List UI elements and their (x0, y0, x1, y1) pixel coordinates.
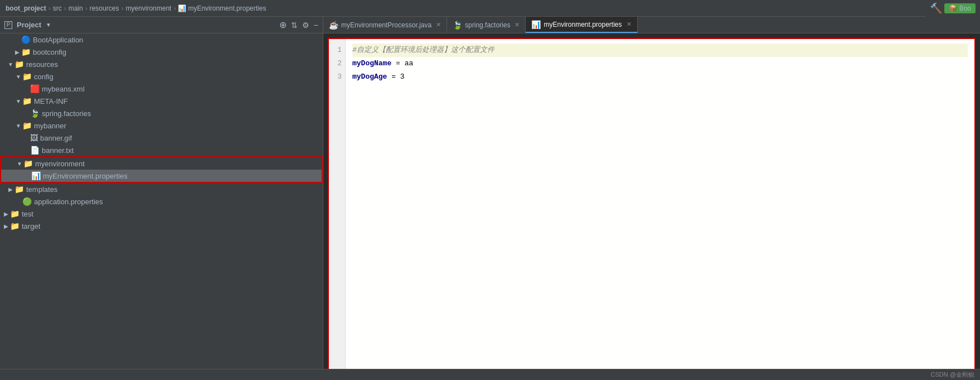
boo-icon: 📦 (949, 4, 957, 12)
arrow-myenvironment: ▼ (16, 161, 23, 167)
templates-folder-icon: 📁 (14, 185, 24, 194)
hammer-icon: 🔨 (930, 2, 942, 15)
appprops-label: application.properties (34, 198, 103, 206)
arrow-config: ▼ (14, 74, 22, 80)
tree-item-bannertxt[interactable]: 📄 banner.txt (0, 144, 323, 156)
code-line-3: myDogAge = 3 (352, 70, 968, 84)
sep4: › (121, 4, 123, 12)
bannergif-label: banner.gif (40, 134, 72, 142)
springfactories-label: spring.factories (42, 109, 91, 118)
tree-item-bootapp[interactable]: 🔵 BootApplication (0, 33, 323, 46)
red-border-group: ▼ 📁 myenvironment 📊 myEnvironment.proper… (0, 156, 323, 183)
arrow-metainf: ▼ (14, 98, 22, 104)
tree-item-bootconfig[interactable]: ▶ 📁 bootconfig (0, 46, 323, 58)
java-tab-close[interactable]: ✕ (436, 21, 441, 28)
target-folder-icon: 📁 (10, 222, 20, 230)
status-bar: CSDN @金刚鲵 (0, 369, 980, 380)
sep1: › (48, 4, 51, 12)
arrow-mybanner: ▼ (14, 123, 22, 129)
mybanner-label: mybanner (34, 122, 66, 130)
breadcrumb-main[interactable]: main (69, 4, 83, 12)
add-icon[interactable]: ⊕ (279, 20, 287, 30)
tree-item-target[interactable]: ▶ 📁 target (0, 220, 323, 232)
tree-item-test[interactable]: ▶ 📁 test (0, 208, 323, 220)
status-text: CSDN @金刚鲵 (931, 371, 974, 379)
layout-icon[interactable]: ⇅ (291, 21, 298, 30)
breadcrumb-myenvironment[interactable]: myenvironment (125, 4, 171, 12)
factories-tab-label: spring.factories (465, 21, 510, 29)
code-val-3: 3 (400, 73, 405, 81)
myenvprops-label: myEnvironment.properties (43, 172, 128, 180)
sep2: › (64, 4, 66, 12)
tree-item-bannergif[interactable]: 🖼 banner.gif (0, 132, 323, 144)
sidebar-title: Project (17, 21, 41, 29)
arrow-bootconfig: ▶ (13, 49, 21, 55)
sep5: › (173, 4, 176, 12)
java-tab-label: myEnvironmentProcessor.java (341, 21, 431, 29)
code-val-aa: aa (405, 59, 414, 68)
myenvironment-label: myenvironment (35, 160, 85, 168)
templates-label: templates (26, 185, 57, 194)
metainf-label: META-INF (34, 97, 67, 105)
test-folder-icon: 📁 (10, 209, 20, 218)
tree-item-mybanner[interactable]: ▼ 📁 mybanner (0, 119, 323, 132)
line-num-1: 1 (332, 44, 342, 57)
bannertxt-label: banner.txt (42, 146, 74, 155)
tab-properties[interactable]: 📊 myEnvironment.properties ✕ (526, 17, 637, 33)
breadcrumb-bar: boot_project › src › main › resources › … (0, 0, 980, 17)
appprops-icon: 🟢 (22, 197, 32, 206)
test-label: test (22, 210, 33, 218)
sidebar: 🔵 BootApplication ▶ 📁 bootconfig ▼ 📁 res… (0, 33, 323, 380)
java-tab-icon: ☕ (329, 21, 338, 30)
tree-item-myenvironment[interactable]: ▼ 📁 myenvironment (1, 157, 322, 170)
properties-tab-close[interactable]: ✕ (627, 21, 632, 28)
settings-icon[interactable]: ⚙ (302, 21, 309, 30)
resources-folder-icon: 📁 (14, 60, 24, 69)
bootapp-label: BootApplication (33, 36, 83, 44)
breadcrumb-project[interactable]: boot_project (6, 4, 46, 12)
line-num-3: 3 (332, 70, 342, 84)
tab-factories[interactable]: 🍃 spring.factories ✕ (447, 17, 526, 33)
arrow-resources: ▼ (7, 61, 14, 68)
springfactories-icon: 🍃 (30, 109, 40, 118)
bootconfig-label: bootconfig (33, 48, 66, 56)
mybanner-folder-icon: 📁 (22, 121, 32, 130)
minimize-icon[interactable]: − (314, 21, 318, 30)
arrow-test: ▶ (2, 211, 10, 217)
bootapp-icon: 🔵 (21, 35, 31, 44)
tree-item-mybeans[interactable]: 🟥 mybeans.xml (0, 83, 323, 95)
config-folder-icon: 📁 (22, 72, 32, 81)
tree-item-resources[interactable]: ▼ 📁 resources (0, 58, 323, 70)
tab-java[interactable]: ☕ myEnvironmentProcessor.java ✕ (323, 17, 447, 33)
code-line-1: #自定义【配置环境后处理器】这个配置文件 (352, 44, 968, 57)
code-comment-1: #自定义【配置环境后处理器】这个配置文件 (352, 46, 494, 54)
sidebar-title-icon: P (4, 21, 12, 29)
breadcrumb-src[interactable]: src (53, 4, 62, 12)
target-label: target (22, 222, 40, 230)
bannertxt-icon: 📄 (30, 146, 40, 155)
properties-tab-icon: 📊 (531, 20, 541, 29)
code-line-2: myDogName = aa (352, 57, 968, 70)
editor-area: 1 2 3 #自定义【配置环境后处理器】这个配置文件 myDogName = a… (323, 33, 980, 380)
breadcrumb-filename: myEnvironment.properties (188, 4, 266, 12)
tree-item-config[interactable]: ▼ 📁 config (0, 70, 323, 83)
breadcrumb-resources[interactable]: resources (90, 4, 119, 12)
tree-item-appprops[interactable]: 🟢 application.properties (0, 195, 323, 208)
code-lines[interactable]: #自定义【配置环境后处理器】这个配置文件 myDogName = aa myDo… (346, 39, 974, 374)
tree-item-metainf[interactable]: ▼ 📁 META-INF (0, 95, 323, 107)
tree-item-templates[interactable]: ▶ 📁 templates (0, 183, 323, 195)
dropdown-arrow-icon[interactable]: ▼ (46, 22, 51, 28)
sep3: › (85, 4, 88, 12)
main-layout: 🔵 BootApplication ▶ 📁 bootconfig ▼ 📁 res… (0, 33, 980, 380)
arrow-target: ▶ (2, 223, 10, 229)
code-editor: 1 2 3 #自定义【配置环境后处理器】这个配置文件 myDogName = a… (329, 39, 974, 374)
boo-button[interactable]: 📦 Boo (944, 3, 976, 13)
mybeans-label: mybeans.xml (42, 85, 85, 93)
tree-item-myenvprops[interactable]: 📊 myEnvironment.properties (1, 170, 322, 182)
tree-item-springfactories[interactable]: 🍃 spring.factories (0, 107, 323, 119)
bannergif-icon: 🖼 (30, 133, 38, 142)
line-num-2: 2 (332, 57, 342, 70)
resources-label: resources (26, 60, 58, 69)
factories-tab-close[interactable]: ✕ (515, 21, 520, 28)
topbar-right: 🔨 📦 Boo (925, 0, 980, 17)
